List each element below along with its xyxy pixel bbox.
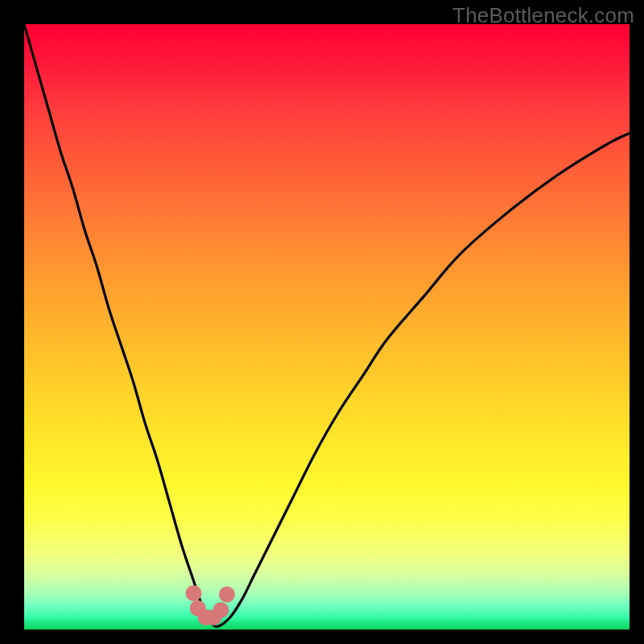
bottleneck-curve	[24, 24, 630, 627]
chart-frame: TheBottleneck.com	[0, 0, 644, 644]
watermark-text: TheBottleneck.com	[452, 3, 634, 28]
curve-marker	[219, 586, 235, 602]
curve-marker	[186, 585, 202, 601]
curve-layer	[24, 24, 630, 630]
curve-marker	[213, 602, 229, 618]
plot-area	[24, 24, 630, 630]
